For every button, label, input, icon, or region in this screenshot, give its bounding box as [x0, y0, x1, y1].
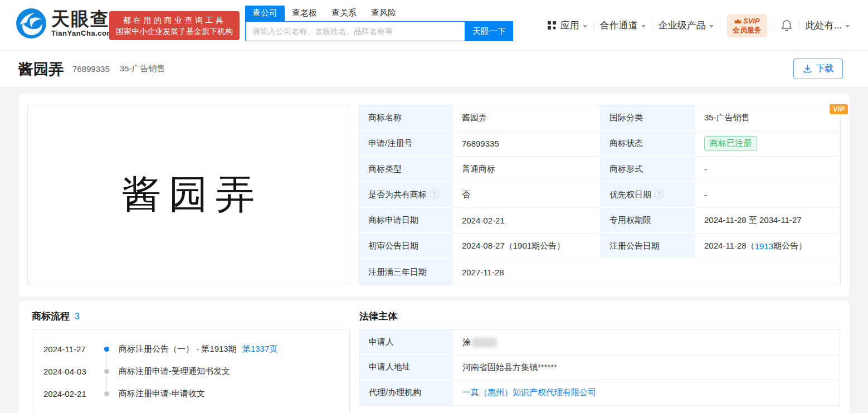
nav-user-menu[interactable]: 此处有... — [799, 19, 856, 32]
apps-grid-icon — [547, 21, 557, 30]
nav-apps[interactable]: 应用 — [541, 19, 593, 32]
timeline-item: 2024-11-27 商标注册公告（一） - 第1913期 第1337页 — [32, 338, 349, 360]
nav-user-label: 此处有... — [806, 19, 842, 32]
timeline-event: 商标注册公告（一） - 第1913期 — [119, 344, 237, 353]
svip-label-top: SVIP — [743, 17, 760, 26]
info-value: 2024-11-28（1913期公告） — [695, 234, 840, 259]
timeline-dot-icon — [104, 347, 109, 352]
svip-member-badge[interactable]: SVIP 会员服务 — [727, 14, 767, 37]
legal-entity-table: 申请人 涂 申请人地址 河南省固始县方集镇****** 代理/办理机构 一真（惠… — [359, 329, 840, 406]
legal-label: 代理/办理机构 — [360, 380, 453, 405]
trademark-image: 酱园弄 — [27, 105, 349, 284]
process-timeline: 2024-11-27 商标注册公告（一） - 第1913期 第1337页 202… — [32, 329, 350, 413]
top-nav: 应用 合作通道 企业级产品 SVIP 会员服务 — [541, 0, 856, 51]
nav-partner-label: 合作通道 — [600, 19, 638, 32]
timeline-dot-icon — [104, 369, 109, 374]
page-title: 酱园弄 — [18, 59, 64, 79]
page-content: 酱园弄 商标名称 酱园弄 国际分类 35-广告销售 申请/注册号 7689933… — [0, 88, 868, 413]
info-value: 普通商标 — [453, 157, 601, 182]
nav-partner-channel[interactable]: 合作通道 — [594, 19, 652, 32]
applicant-name: 涂 — [462, 337, 471, 348]
applicant-address: 河南省固始县方集镇****** — [453, 355, 840, 380]
chevron-down-icon — [641, 25, 646, 28]
nav-enterprise-products[interactable]: 企业级产品 — [652, 19, 720, 32]
brand-logo[interactable]: 天眼查 TianYanCha.com — [16, 8, 114, 39]
page-title-bar: 酱园弄 76899335 35-广告销售 VIP 下载 — [0, 51, 868, 88]
info-label: 商标类型 — [359, 157, 453, 182]
legal-label: 申请人地址 — [360, 355, 453, 380]
info-value: 2027-11-28 — [453, 259, 840, 285]
timeline-item: 2024-04-03 商标注册申请-受理通知书发文 — [32, 360, 349, 382]
info-label: 商标状态 — [601, 131, 695, 157]
info-value: 2024-11-28 至 2034-11-27 — [695, 208, 840, 234]
legal-label: 申请人 — [360, 330, 453, 355]
tab-search-relation[interactable]: 查关系 — [324, 6, 364, 21]
status-badge: 商标已注册 — [704, 136, 757, 151]
info-value: 酱园弄 — [453, 105, 601, 131]
nav-enterprise-label: 企业级产品 — [659, 19, 706, 32]
slogan-line2: 国家中小企业发展子基金旗下机构 — [115, 26, 234, 37]
nav-divider — [720, 21, 720, 30]
help-icon[interactable]: ? — [430, 190, 439, 199]
chevron-down-icon — [583, 25, 587, 28]
info-label: 商标名称 — [359, 105, 453, 131]
timeline-item: 2024-02-21 商标注册申请-申请收文 — [32, 382, 349, 405]
info-label: 注册公告日期 — [601, 234, 695, 259]
legal-value: 涂 — [453, 330, 840, 355]
svip-label-bottom: 会员服务 — [733, 26, 762, 35]
info-label-text: 优先权日期 — [609, 190, 651, 200]
slogan-badge: 都在用的商业查询工具 国家中小企业发展子基金旗下机构 — [109, 11, 240, 40]
download-button[interactable]: 下载 — [793, 59, 843, 79]
gazette-issue-link[interactable]: 1913 — [755, 241, 773, 251]
timeline-event: 商标注册申请-申请收文 — [119, 388, 205, 399]
process-section-title: 商标流程 — [32, 310, 70, 323]
brand-wordmark: 天眼查 TianYanCha.com — [51, 9, 114, 37]
nav-apps-label: 应用 — [560, 19, 579, 32]
gazette-page-link[interactable]: 第1337页 — [242, 344, 277, 353]
info-value: 35-广告销售 — [695, 105, 840, 131]
bottom-card: 商标流程 3 2024-11-27 商标注册公告（一） - 第1913期 第13… — [18, 301, 850, 413]
bell-icon — [781, 20, 792, 32]
slogan-line1: 都在用的商业查询工具 — [115, 14, 234, 26]
info-value: 2024-02-21 — [453, 208, 601, 234]
brand-domain: TianYanCha.com — [51, 29, 114, 37]
process-count: 3 — [75, 312, 80, 322]
info-label-text: 是否为共有商标 — [368, 190, 427, 200]
search-button[interactable]: 天眼一下 — [465, 21, 513, 41]
info-value: 否 — [453, 182, 601, 208]
info-value-text: 2024-11-28（ — [704, 241, 755, 251]
legal-section-title: 法律主体 — [359, 310, 397, 323]
info-label: 专用权期限 — [601, 208, 695, 234]
timeline-dot-icon — [104, 391, 109, 396]
tab-search-company[interactable]: 查公司 — [245, 6, 285, 21]
brand-name: 天眼查 — [51, 9, 114, 29]
trademark-process-section: 商标流程 3 2024-11-27 商标注册公告（一） - 第1913期 第13… — [32, 310, 350, 413]
international-class: 35-广告销售 — [120, 64, 165, 74]
tab-search-risk[interactable]: 查风险 — [364, 6, 403, 21]
site-header: 天眼查 TianYanCha.com 都在用的商业查询工具 国家中小企业发展子基… — [0, 0, 868, 51]
chevron-down-icon — [845, 25, 850, 28]
info-label: 初审公告日期 — [359, 234, 453, 259]
info-value: 76899335 — [453, 131, 601, 157]
info-value-text: 期公告） — [773, 241, 807, 251]
trademark-info-card: 酱园弄 商标名称 酱园弄 国际分类 35-广告销售 申请/注册号 7689933… — [18, 94, 850, 297]
agency-link[interactable]: 一真（惠州）知识产权代理有限公司 — [462, 387, 596, 398]
info-value: 商标已注册 — [695, 131, 840, 157]
notifications-button[interactable] — [774, 20, 799, 32]
search-input[interactable] — [245, 21, 465, 41]
timeline-text: 商标注册公告（一） - 第1913期 第1337页 — [119, 344, 277, 354]
help-icon[interactable]: ? — [655, 190, 664, 199]
legal-value: 一真（惠州）知识产权代理有限公司 — [453, 380, 840, 405]
trademark-info-table: 商标名称 酱园弄 国际分类 35-广告销售 申请/注册号 76899335 商标… — [359, 105, 841, 285]
info-label: 优先权日期 ? — [601, 182, 695, 208]
timeline-date: 2024-11-27 — [43, 344, 99, 354]
info-label: 国际分类 — [601, 105, 695, 131]
registration-number: 76899335 — [72, 64, 110, 74]
vip-tag: VIP — [830, 104, 848, 114]
info-value: - — [695, 182, 840, 208]
chevron-down-icon — [709, 25, 714, 28]
timeline-event: 商标注册申请-受理通知书发文 — [119, 366, 230, 377]
legal-entity-section: 法律主体 申请人 涂 申请人地址 河南省固始县方集镇****** 代理/办理机构… — [359, 310, 840, 413]
tab-search-boss[interactable]: 查老板 — [285, 6, 324, 21]
timeline-date: 2024-02-21 — [43, 389, 99, 399]
